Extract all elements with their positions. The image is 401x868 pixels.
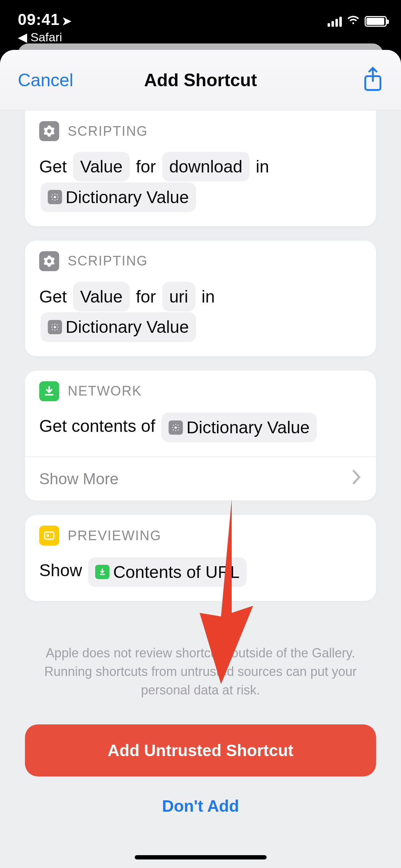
variable-token[interactable]: Dictionary Value [161, 413, 317, 442]
gear-icon [39, 121, 59, 141]
svg-point-3 [175, 427, 177, 429]
action-body: Show Contents of URL [25, 553, 376, 601]
status-time: 09:41➤ [18, 11, 72, 29]
svg-point-2 [54, 326, 56, 328]
action-card: SCRIPTING Get Value for download in Dict… [25, 110, 376, 226]
action-body: Get contents of Dictionary Value [25, 408, 376, 457]
wifi-icon [347, 14, 360, 29]
svg-point-1 [54, 196, 56, 198]
value-token[interactable]: Value [73, 282, 130, 311]
action-body: Get Value for uri in Dictionary Value [25, 278, 376, 356]
share-icon [363, 88, 383, 94]
share-button[interactable] [363, 66, 383, 94]
action-card: SCRIPTING Get Value for uri in Dictionar… [25, 241, 376, 356]
variable-token[interactable]: Dictionary Value [41, 182, 196, 212]
action-category: SCRIPTING [68, 253, 148, 269]
action-category: PREVIEWING [68, 528, 161, 543]
show-more-row[interactable]: Show More [25, 457, 376, 501]
download-icon [95, 565, 109, 579]
gear-icon [48, 320, 62, 334]
action-card: NETWORK Get contents of Dictionary Value… [25, 371, 376, 501]
battery-icon [365, 16, 387, 27]
variable-token[interactable]: Contents of URL [88, 557, 247, 587]
add-untrusted-shortcut-button[interactable]: Add Untrusted Shortcut [25, 724, 376, 776]
key-token[interactable]: uri [162, 282, 195, 311]
sheet-title: Add Shortcut [144, 70, 257, 91]
svg-rect-4 [45, 532, 54, 539]
value-token[interactable]: Value [73, 152, 130, 181]
key-token[interactable]: download [162, 152, 250, 181]
gear-icon [48, 190, 62, 204]
status-bar: 09:41➤ ◀ Safari [0, 0, 401, 46]
gear-icon [169, 420, 183, 435]
cancel-button[interactable]: Cancel [18, 70, 73, 91]
show-more-label: Show More [39, 470, 119, 488]
action-category: SCRIPTING [68, 124, 148, 139]
add-shortcut-sheet: Cancel Add Shortcut SCRIPTING Get [0, 50, 401, 868]
action-card: PREVIEWING Show Contents of URL [25, 515, 376, 601]
gear-icon [39, 251, 59, 271]
location-icon: ➤ [62, 14, 72, 28]
home-indicator[interactable] [135, 855, 267, 859]
svg-point-5 [46, 534, 49, 537]
chevron-right-icon [351, 469, 362, 489]
sheet-header: Cancel Add Shortcut [0, 50, 401, 110]
variable-token[interactable]: Dictionary Value [41, 312, 196, 342]
preview-icon [39, 526, 59, 546]
download-icon [39, 381, 59, 401]
action-category: NETWORK [68, 383, 142, 399]
back-to-app[interactable]: ◀ Safari [18, 30, 72, 44]
cellular-icon [328, 16, 342, 27]
untrusted-warning-text: Apple does not review shortcuts outside … [0, 601, 401, 725]
dont-add-button[interactable]: Don't Add [0, 776, 401, 836]
action-body: Get Value for download in Dictionary Val… [25, 148, 376, 226]
